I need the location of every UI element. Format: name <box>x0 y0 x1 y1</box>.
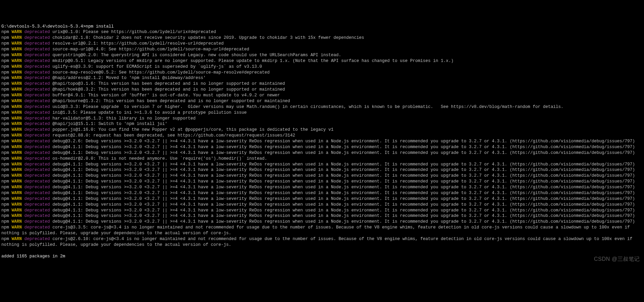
log-line: npm WARN deprecated uuid@3.3.3: Please u… <box>1 104 643 110</box>
log-line: npm WARN deprecated @hapi/topo@3.1.6: Th… <box>1 81 643 87</box>
log-line: npm WARN deprecated debug@3.2.6: Debug v… <box>1 139 643 144</box>
log-line: npm WARN deprecated @hapi/joi@15.1.1: Sw… <box>1 121 643 127</box>
log-line: npm WARN deprecated debug@4.1.1: Debug v… <box>1 167 643 173</box>
log-line: npm WARN deprecated debug@4.1.1: Debug v… <box>1 190 643 196</box>
log-line: npm WARN deprecated source-map-url@0.4.0… <box>1 47 643 52</box>
log-line: npm WARN deprecated debug@4.1.1: Debug v… <box>1 179 643 185</box>
log-line: npm WARN deprecated debug@4.1.1: Debug v… <box>1 208 643 213</box>
log-line: npm WARN deprecated popper.js@1.16.0: Yo… <box>1 127 643 133</box>
log-line: npm WARN deprecated debug@4.1.1: Debug v… <box>1 196 643 202</box>
log-line: npm WARN deprecated core-js@3.3.5: core-… <box>1 225 643 236</box>
log-line: npm WARN deprecated debug@4.1.1: Debug v… <box>1 202 643 208</box>
log-line: npm WARN deprecated resolve-url@0.2.1: h… <box>1 41 643 47</box>
watermark: CSDN @三叔笔记 <box>594 255 640 263</box>
log-line: npm WARN deprecated uglify-es@3.3.9: sup… <box>1 64 643 70</box>
log-line: G:\devtools-5.3.4\devtools-5.3.4>npm ins… <box>1 24 643 30</box>
log-line: npm WARN deprecated mkdirp@0.5.1: Legacy… <box>1 58 643 64</box>
log-line: npm WARN deprecated buffer@4.9.1: This v… <box>1 93 643 98</box>
log-line: npm WARN deprecated debug@4.1.1: Debug v… <box>1 162 643 168</box>
log-line: npm WARN deprecated source-map-resolve@0… <box>1 70 643 76</box>
log-line: npm WARN deprecated request@2.88.0: requ… <box>1 133 643 139</box>
log-line: npm WARN deprecated @hapi/bourne@1.3.2: … <box>1 98 643 104</box>
log-line: npm WARN deprecated core-js@2.6.10: core… <box>1 236 643 248</box>
log-line: npm WARN deprecated debug@4.1.1: Debug v… <box>1 219 643 225</box>
log-line: npm WARN deprecated debug@4.1.1: Debug v… <box>1 144 643 150</box>
log-line: npm WARN deprecated debug@4.1.1: Debug v… <box>1 150 643 156</box>
log-line: npm WARN deprecated @hapi/hoek@8.3.2: Th… <box>1 87 643 93</box>
log-line <box>1 248 643 254</box>
log-line: npm WARN deprecated os-homedir@2.0.0: Th… <box>1 156 643 162</box>
log-line: npm WARN deprecated har-validator@5.1.3:… <box>1 116 643 122</box>
log-line: npm WARN deprecated debug@4.1.1: Debug v… <box>1 185 643 190</box>
log-line: added 1165 packages in 2m <box>1 254 643 259</box>
log-line: npm WARN deprecated debug@4.1.1: Debug v… <box>1 173 643 179</box>
log-line: npm WARN deprecated debug@4.1.1: Debug v… <box>1 213 643 219</box>
terminal-output: G:\devtools-5.3.4\devtools-5.3.4>npm ins… <box>1 24 643 259</box>
log-line: npm WARN deprecated chokidar@2.1.8: Chok… <box>1 35 643 41</box>
log-line: npm WARN deprecated querystring@0.2.0: T… <box>1 52 643 58</box>
log-line: npm WARN deprecated urix@0.1.0: Please s… <box>1 29 643 35</box>
log-line: npm WARN deprecated ini@1.3.5: Please up… <box>1 110 643 116</box>
log-line: npm WARN deprecated @hapi/address@2.1.2:… <box>1 75 643 81</box>
